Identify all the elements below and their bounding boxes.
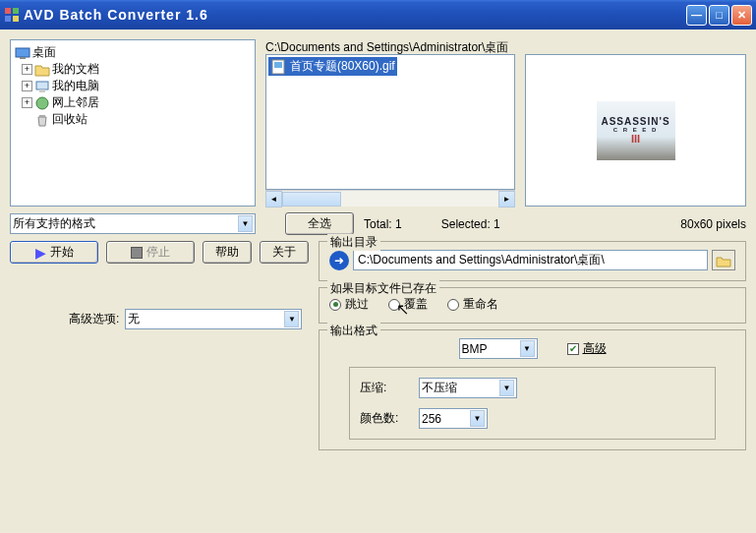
recycle-bin-icon xyxy=(34,112,50,128)
output-dir-input[interactable]: C:\Documents and Settings\Administrator\… xyxy=(353,250,708,270)
format-options-fieldset: 压缩: 不压缩 ▼ 颜色数: 256 ▼ xyxy=(349,367,716,440)
radio-skip[interactable]: 跳过 xyxy=(329,296,369,313)
chevron-down-icon: ▼ xyxy=(238,215,253,232)
folder-open-icon xyxy=(716,254,731,267)
colors-select[interactable]: 256 ▼ xyxy=(419,408,488,429)
chevron-down-icon: ▼ xyxy=(470,410,485,427)
window-title: AVD Batch Converter 1.6 xyxy=(24,7,686,23)
tree-label: 网上邻居 xyxy=(52,94,99,111)
adv-option-label: 高级选项: xyxy=(69,311,119,327)
expand-icon[interactable]: + xyxy=(22,81,32,91)
fieldset-legend: 输出目录 xyxy=(327,234,380,251)
svg-rect-5 xyxy=(20,57,26,59)
tree-label: 我的电脑 xyxy=(52,78,99,94)
maximize-button[interactable]: □ xyxy=(709,5,729,26)
output-format-fieldset: 输出格式 BMP ▼ ✔ 高级 压缩: 不压缩 xyxy=(319,329,746,450)
advanced-checkbox[interactable]: ✔ 高级 xyxy=(567,340,607,357)
tree-label: 我的文档 xyxy=(52,61,99,78)
select-all-button[interactable]: 全选 xyxy=(285,212,354,235)
expand-icon[interactable]: + xyxy=(22,97,32,108)
fieldset-legend: 输出格式 xyxy=(327,323,380,339)
select-value: 不压缩 xyxy=(422,380,499,396)
stop-button[interactable]: 停止 xyxy=(106,241,195,264)
radio-icon xyxy=(388,299,400,311)
scroll-left-button[interactable]: ◄ xyxy=(265,191,282,207)
preview-image: ASSASSIN'S C R E E D III xyxy=(597,101,675,160)
adv-option-select[interactable]: 无 ▼ xyxy=(125,309,302,329)
select-value: 无 xyxy=(128,311,284,327)
browse-button[interactable] xyxy=(712,250,735,270)
scroll-track[interactable] xyxy=(282,192,498,207)
radio-rename[interactable]: 重命名 xyxy=(447,296,498,313)
select-value: BMP xyxy=(462,342,520,356)
svg-point-8 xyxy=(36,97,48,109)
expand-icon[interactable]: + xyxy=(22,64,32,75)
list-item[interactable]: 首页专题(80X60).gif xyxy=(268,57,397,76)
chevron-down-icon: ▼ xyxy=(499,380,514,396)
about-button[interactable]: 关于 xyxy=(260,241,309,264)
radio-icon xyxy=(329,299,341,311)
svg-rect-0 xyxy=(5,8,11,14)
svg-rect-11 xyxy=(274,62,282,68)
tree-label: 桌面 xyxy=(32,44,56,61)
output-dir-fieldset: 输出目录 ➜ C:\Documents and Settings\Adminis… xyxy=(319,241,746,281)
minimize-button[interactable]: — xyxy=(686,5,707,26)
horizontal-scrollbar[interactable]: ◄ ► xyxy=(265,190,515,207)
folder-tree[interactable]: 桌面 + 我的文档 + 我的电脑 + 网上邻居 xyxy=(10,39,256,207)
select-value: 所有支持的格式 xyxy=(13,215,238,232)
tree-label: 回收站 xyxy=(52,111,87,128)
tree-item[interactable]: + 我的文档 xyxy=(15,61,251,78)
tree-item[interactable]: + 网上邻居 xyxy=(15,94,251,111)
list-item-label: 首页专题(80X60).gif xyxy=(290,58,395,75)
chevron-down-icon: ▼ xyxy=(284,311,299,327)
folder-icon xyxy=(34,62,50,78)
svg-rect-3 xyxy=(13,16,19,22)
tree-root[interactable]: 桌面 xyxy=(15,44,251,61)
overwrite-fieldset: 如果目标文件已存在 跳过 覆盖 重命名 ↖ xyxy=(319,287,746,324)
svg-rect-1 xyxy=(13,8,19,14)
select-value: 256 xyxy=(422,412,470,426)
tree-item[interactable]: + 我的电脑 xyxy=(15,78,251,94)
arrow-right-icon: ➜ xyxy=(329,251,349,270)
chevron-down-icon: ▼ xyxy=(520,340,535,357)
play-icon: ▶ xyxy=(35,245,46,261)
help-button[interactable]: 帮助 xyxy=(203,241,252,264)
format-filter-select[interactable]: 所有支持的格式 ▼ xyxy=(10,213,256,234)
svg-rect-9 xyxy=(39,115,45,117)
selected-label: Selected: 1 xyxy=(441,217,500,231)
checkbox-icon: ✔ xyxy=(567,343,579,355)
network-icon xyxy=(34,95,50,111)
radio-icon xyxy=(447,299,459,311)
colors-label: 颜色数: xyxy=(360,410,419,427)
file-list[interactable]: 首页专题(80X60).gif xyxy=(265,54,515,190)
scroll-thumb[interactable] xyxy=(282,192,341,207)
close-button[interactable]: ✕ xyxy=(731,5,752,26)
titlebar[interactable]: AVD Batch Converter 1.6 — □ ✕ xyxy=(0,0,756,30)
pixels-label: 80x60 pixels xyxy=(680,217,746,231)
svg-rect-6 xyxy=(36,82,48,89)
total-label: Total: 1 xyxy=(364,217,402,231)
fieldset-legend: 如果目标文件已存在 xyxy=(327,280,439,297)
stop-icon xyxy=(131,247,143,259)
tree-item[interactable]: 回收站 xyxy=(15,111,251,128)
svg-rect-4 xyxy=(16,48,29,57)
output-format-select[interactable]: BMP ▼ xyxy=(459,338,538,359)
current-path: C:\Documents and Settings\Administrator\… xyxy=(265,39,515,54)
computer-icon xyxy=(34,79,50,94)
preview-panel: ASSASSIN'S C R E E D III xyxy=(525,54,746,207)
compress-select[interactable]: 不压缩 ▼ xyxy=(419,378,517,398)
radio-overwrite[interactable]: 覆盖 xyxy=(388,296,428,313)
app-icon xyxy=(4,7,20,23)
scroll-right-button[interactable]: ► xyxy=(498,191,515,207)
svg-rect-7 xyxy=(39,89,45,92)
desktop-icon xyxy=(15,45,30,61)
compress-label: 压缩: xyxy=(360,380,419,396)
svg-rect-2 xyxy=(5,16,11,22)
start-button[interactable]: ▶ 开始 xyxy=(10,241,98,264)
image-file-icon xyxy=(270,59,286,75)
